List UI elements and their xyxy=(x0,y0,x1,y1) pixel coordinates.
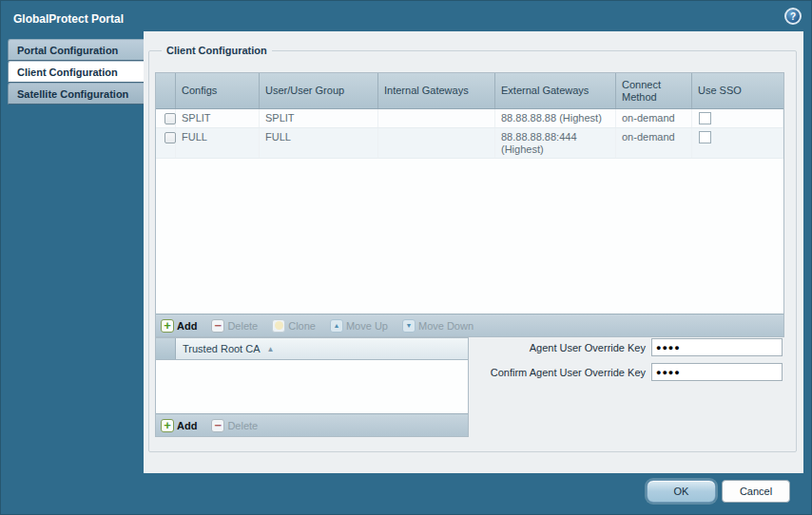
trusted-root-ca-toolbar: + Add − Delete xyxy=(156,413,468,436)
tab-label: Satellite Configuration xyxy=(17,88,128,100)
cell-configs: SPLIT xyxy=(176,109,260,127)
trusted-root-ca-table: Trusted Root CA ▲ + Add − Delete xyxy=(155,337,469,437)
delete-button[interactable]: − Delete xyxy=(211,319,258,333)
cancel-button[interactable]: Cancel xyxy=(722,480,790,503)
move-up-icon: ▲ xyxy=(330,319,343,333)
tab-client-configuration[interactable]: Client Configuration xyxy=(8,61,144,83)
use-sso-checkbox[interactable] xyxy=(699,131,711,143)
group-title: Client Configuration xyxy=(162,45,272,56)
clone-button[interactable]: Clone xyxy=(272,319,316,333)
help-icon[interactable]: ? xyxy=(784,8,802,25)
content-panel: Client Configuration Configs User/User G… xyxy=(144,31,803,473)
agent-user-override-key-row: Agent User Override Key xyxy=(530,338,783,356)
confirm-agent-user-override-key-label: Confirm Agent User Override Key xyxy=(491,367,646,378)
agent-user-override-key-label: Agent User Override Key xyxy=(530,342,646,353)
ok-button[interactable]: OK xyxy=(647,480,716,503)
cell-user-group: FULL xyxy=(260,128,378,158)
help-glyph: ? xyxy=(790,11,796,22)
column-header-external-gateways[interactable]: External Gateways xyxy=(495,73,616,108)
confirm-agent-user-override-key-field[interactable] xyxy=(651,363,783,381)
title-bar: GlobalProtect Portal ? xyxy=(1,1,811,29)
client-configs-toolbar: + Add − Delete Clone ▲ Move Up ▼ Move xyxy=(156,314,783,336)
tab-portal-configuration[interactable]: Portal Configuration xyxy=(8,39,144,61)
table-row[interactable]: SPLIT SPLIT 88.88.88.88 (Highest) on-dem… xyxy=(156,109,783,128)
cell-connect-method: on-demand xyxy=(616,128,692,158)
delete-icon: − xyxy=(211,319,224,333)
tab-label: Client Configuration xyxy=(17,67,118,78)
move-down-button[interactable]: ▼ Move Down xyxy=(402,319,474,333)
cell-external-gateways: 88.88.88.88 (Highest) xyxy=(495,109,616,127)
dialog-title: GlobalProtect Portal xyxy=(13,12,124,26)
cell-internal-gateways xyxy=(378,109,495,127)
delete-button[interactable]: − Delete xyxy=(211,419,258,432)
table-row[interactable]: FULL FULL 88.88.88.88:444 (Highest) on-d… xyxy=(156,128,783,159)
cell-connect-method: on-demand xyxy=(616,109,692,127)
add-icon: + xyxy=(161,319,174,333)
column-header-trusted-root-ca[interactable]: Trusted Root CA ▲ xyxy=(176,338,468,359)
client-configs-table: Configs User/User Group Internal Gateway… xyxy=(155,72,784,337)
cell-configs: FULL xyxy=(176,128,260,158)
cell-user-group: SPLIT xyxy=(260,109,378,127)
column-header-connect-method[interactable]: Connect Method xyxy=(616,73,692,108)
left-tab-strip: Portal Configuration Client Configuratio… xyxy=(8,39,144,105)
cell-internal-gateways xyxy=(378,128,495,158)
column-header-use-sso[interactable]: Use SSO xyxy=(692,73,783,108)
move-down-icon: ▼ xyxy=(402,319,416,333)
cell-external-gateways: 88.88.88.88:444 (Highest) xyxy=(495,128,616,158)
add-button[interactable]: + Add xyxy=(161,419,197,432)
sort-asc-icon: ▲ xyxy=(267,345,275,353)
confirm-agent-user-override-key-row: Confirm Agent User Override Key xyxy=(491,363,783,381)
column-header-configs[interactable]: Configs xyxy=(176,73,260,108)
table-empty-area xyxy=(156,360,468,413)
globalprotect-portal-dialog: GlobalProtect Portal ? Portal Configurat… xyxy=(0,0,812,515)
tab-satellite-configuration[interactable]: Satellite Configuration xyxy=(8,83,144,105)
column-header-internal-gateways[interactable]: Internal Gateways xyxy=(378,73,495,108)
table-header-row: Configs User/User Group Internal Gateway… xyxy=(156,73,783,109)
tab-label: Portal Configuration xyxy=(17,45,118,56)
row-select-checkbox[interactable] xyxy=(164,113,176,124)
clone-icon xyxy=(272,319,285,333)
move-up-button[interactable]: ▲ Move Up xyxy=(330,319,388,333)
table-empty-area xyxy=(156,159,783,314)
add-button[interactable]: + Add xyxy=(161,319,197,333)
table-header-row: Trusted Root CA ▲ xyxy=(156,338,468,360)
agent-user-override-key-field[interactable] xyxy=(651,338,783,356)
column-header-user-group[interactable]: User/User Group xyxy=(260,73,378,108)
add-icon: + xyxy=(161,419,174,432)
row-select-checkbox[interactable] xyxy=(164,132,176,143)
delete-icon: − xyxy=(211,419,224,432)
column-header-select[interactable] xyxy=(156,73,176,108)
use-sso-checkbox[interactable] xyxy=(699,112,711,124)
column-header-select xyxy=(156,338,176,359)
